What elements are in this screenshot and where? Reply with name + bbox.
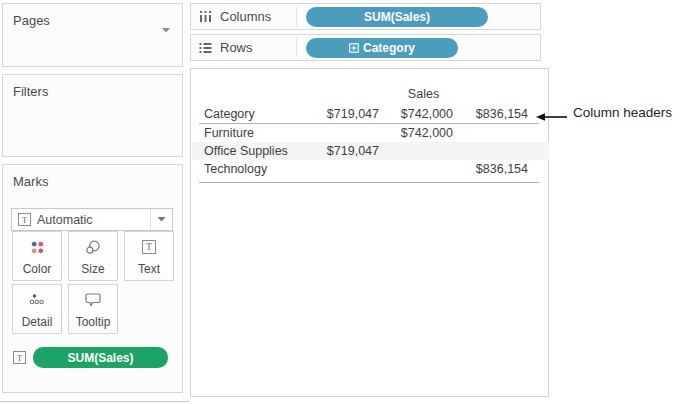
column-header-value[interactable]: $836,154 bbox=[453, 107, 528, 121]
text-button-label: Text bbox=[138, 262, 160, 276]
text-mark-icon: T bbox=[18, 213, 31, 226]
worksheet-view: Sales Category $719,047 $742,000 $836,15… bbox=[190, 68, 549, 397]
marks-label: Marks bbox=[13, 174, 48, 189]
left-arrow-icon bbox=[535, 108, 568, 126]
row-field-header[interactable]: Category bbox=[204, 107, 319, 121]
pages-shelf[interactable]: Pages bbox=[2, 3, 183, 67]
shelf-divider bbox=[296, 7, 297, 26]
tableau-workspace: Pages Filters Marks T Automatic bbox=[0, 0, 700, 404]
tooltip-button-label: Tooltip bbox=[76, 315, 111, 329]
marks-card: Marks T Automatic Color bbox=[2, 164, 183, 393]
sum-sales-pill[interactable]: SUM(Sales) bbox=[306, 7, 488, 27]
tooltip-bubble-icon bbox=[69, 293, 117, 307]
window-bottom-edge bbox=[0, 401, 189, 402]
filters-shelf[interactable]: Filters bbox=[2, 74, 183, 157]
shelf-divider bbox=[296, 38, 297, 57]
detail-button-label: Detail bbox=[22, 315, 53, 329]
rows-icon bbox=[199, 41, 213, 54]
measure-title: Sales bbox=[319, 87, 528, 101]
tooltip-button[interactable]: Tooltip bbox=[68, 284, 118, 334]
mark-type-dropdown[interactable]: T Automatic bbox=[11, 208, 173, 231]
size-circles-icon bbox=[69, 240, 117, 255]
rows-shelf-label: Rows bbox=[220, 40, 253, 55]
category-pill-label: Category bbox=[363, 41, 415, 55]
color-dots-icon bbox=[13, 240, 61, 255]
table-row: Technology $836,154 bbox=[192, 160, 549, 178]
columns-icon bbox=[199, 10, 213, 23]
cell-value[interactable]: $836,154 bbox=[453, 162, 528, 176]
table-row: Furniture $742,000 bbox=[192, 124, 549, 142]
table-header-row: Category $719,047 $742,000 $836,154 bbox=[192, 105, 549, 123]
row-header-technology[interactable]: Technology bbox=[204, 162, 319, 176]
text-encoding-icon: T bbox=[13, 351, 26, 364]
color-button[interactable]: Color bbox=[12, 231, 62, 281]
rows-shelf[interactable]: Rows Category bbox=[190, 34, 541, 61]
annotation-column-headers: Column headers bbox=[573, 105, 672, 120]
text-button[interactable]: T Text bbox=[124, 231, 174, 281]
row-header-furniture[interactable]: Furniture bbox=[204, 126, 319, 140]
row-header-office-supplies[interactable]: Office Supplies bbox=[204, 144, 319, 158]
size-button-label: Size bbox=[81, 262, 104, 276]
color-button-label: Color bbox=[23, 262, 52, 276]
detail-dots-icon bbox=[13, 293, 61, 306]
mark-type-caret-icon[interactable] bbox=[150, 209, 172, 230]
column-header-value[interactable]: $719,047 bbox=[319, 107, 379, 121]
cell-value[interactable]: $719,047 bbox=[319, 144, 379, 158]
expand-plus-icon[interactable] bbox=[349, 43, 359, 53]
pages-label: Pages bbox=[13, 13, 50, 28]
size-button[interactable]: Size bbox=[68, 231, 118, 281]
text-t-icon: T bbox=[125, 240, 173, 254]
svg-text:T: T bbox=[22, 215, 28, 225]
cell-value[interactable]: $742,000 bbox=[379, 126, 453, 140]
category-pill[interactable]: Category bbox=[306, 38, 458, 58]
table-bottom-line bbox=[199, 182, 539, 183]
columns-shelf-label: Columns bbox=[220, 9, 271, 24]
marks-field-row: T SUM(Sales) bbox=[13, 347, 168, 368]
columns-shelf[interactable]: Columns SUM(Sales) bbox=[190, 3, 541, 30]
mark-type-value: Automatic bbox=[37, 213, 150, 227]
pages-dropdown-caret-icon[interactable] bbox=[161, 19, 173, 29]
filters-label: Filters bbox=[13, 84, 48, 99]
detail-button[interactable]: Detail bbox=[12, 284, 62, 334]
svg-text:T: T bbox=[146, 242, 152, 252]
svg-text:T: T bbox=[17, 353, 23, 363]
sum-sales-field-pill[interactable]: SUM(Sales) bbox=[33, 347, 168, 368]
table-row: Office Supplies $719,047 bbox=[192, 142, 549, 160]
column-header-value[interactable]: $742,000 bbox=[379, 107, 453, 121]
